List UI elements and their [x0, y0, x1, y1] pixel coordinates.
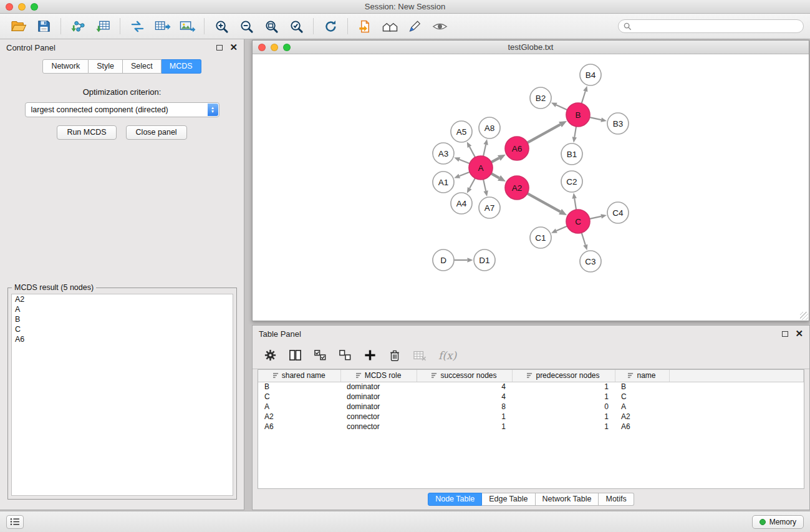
table-cell[interactable]: A6	[615, 422, 669, 432]
graph-node-B[interactable]: B	[566, 103, 590, 127]
network-overview-button[interactable]	[377, 16, 402, 36]
network-minimize-button[interactable]	[271, 44, 278, 51]
zoom-window-button[interactable]	[31, 3, 38, 11]
select-all-button[interactable]	[314, 349, 327, 362]
refresh-view-button[interactable]	[318, 16, 343, 36]
graph-node-A3[interactable]: A3	[433, 143, 454, 164]
zoom-fit-button[interactable]	[259, 16, 284, 36]
tab-mcds[interactable]: MCDS	[162, 59, 201, 74]
function-builder-button[interactable]: f(x)	[438, 349, 456, 362]
graph-edge-A-A6[interactable]	[491, 158, 499, 162]
graph-edge-A6-B[interactable]	[528, 125, 561, 143]
table-cell[interactable]: 1	[417, 422, 512, 432]
graph-node-A2[interactable]: A2	[505, 176, 529, 200]
graph-node-D[interactable]: D	[433, 249, 454, 271]
tab-motifs[interactable]: Motifs	[599, 493, 634, 506]
zoom-out-button[interactable]	[234, 16, 259, 36]
graph-edge-A-A2[interactable]	[491, 173, 499, 178]
table-cell[interactable]: 4	[417, 382, 512, 392]
graph-node-A8[interactable]: A8	[479, 117, 500, 138]
column-header-name[interactable]: name	[615, 370, 669, 382]
table-row[interactable]: A2connector11A2	[258, 412, 804, 422]
save-session-button[interactable]	[31, 16, 56, 36]
graph-edge-A-A4[interactable]	[470, 178, 475, 188]
table-settings-button[interactable]	[264, 349, 277, 362]
graph-edge-C-C2[interactable]	[574, 198, 576, 210]
graph-edge-A-A8[interactable]	[483, 145, 486, 157]
close-window-button[interactable]	[6, 3, 13, 11]
zoom-in-button[interactable]	[209, 16, 234, 36]
table-cell[interactable]: 1	[417, 412, 512, 422]
network-zoom-button[interactable]	[283, 44, 291, 51]
network-graph[interactable]: B4B2BB3A5A8A6B1A3AC2A1A2A4A7C4CC1C3DD1	[253, 54, 809, 321]
table-cell[interactable]: B	[615, 382, 669, 392]
column-header-successor-nodes[interactable]: successor nodes	[417, 370, 512, 382]
style-brush-button[interactable]	[402, 16, 427, 36]
table-cell[interactable]: A	[615, 402, 669, 412]
mcds-result-item[interactable]: B	[12, 314, 233, 324]
column-header-predecessor-nodes[interactable]: predecessor nodes	[512, 370, 615, 382]
table-row[interactable]: Adominator80A	[258, 402, 804, 412]
graph-edge-B-B1[interactable]	[574, 127, 576, 137]
close-panel-button[interactable]: Close panel	[126, 125, 187, 140]
graph-edge-C-C3[interactable]	[582, 233, 586, 245]
import-table-button[interactable]	[90, 16, 115, 36]
graph-edge-A2-C[interactable]	[528, 193, 561, 211]
table-row[interactable]: Bdominator41B	[258, 382, 804, 392]
tab-network-table[interactable]: Network Table	[536, 493, 599, 506]
graph-node-A5[interactable]: A5	[451, 121, 472, 142]
graph-node-B4[interactable]: B4	[580, 64, 601, 85]
table-cell[interactable]: dominator	[340, 392, 417, 402]
graph-node-A7[interactable]: A7	[479, 197, 500, 218]
export-network-button[interactable]	[125, 16, 150, 36]
tab-edge-table[interactable]: Edge Table	[482, 493, 535, 506]
table-cell[interactable]: 0	[512, 402, 615, 412]
graph-edge-A-A1[interactable]	[460, 172, 470, 176]
graph-node-B3[interactable]: B3	[607, 113, 629, 134]
search-input[interactable]	[635, 22, 798, 31]
delete-table-button[interactable]	[413, 349, 427, 362]
graph-node-B1[interactable]: B1	[561, 143, 582, 165]
graph-edge-C-C1[interactable]	[556, 226, 567, 231]
table-cell[interactable]: B	[258, 382, 340, 392]
delete-row-button[interactable]	[388, 349, 401, 362]
mcds-result-item[interactable]: A6	[12, 334, 233, 344]
column-visibility-button[interactable]	[289, 349, 302, 362]
table-cell[interactable]: C	[258, 392, 340, 402]
tab-node-table[interactable]: Node Table	[428, 493, 482, 506]
graph-node-A4[interactable]: A4	[451, 193, 472, 214]
table-cell[interactable]: connector	[340, 412, 417, 422]
graph-node-D1[interactable]: D1	[474, 249, 495, 271]
table-cell[interactable]: 1	[512, 422, 615, 432]
table-cell[interactable]: 4	[417, 392, 512, 402]
tab-style[interactable]: Style	[89, 59, 123, 74]
graph-edge-A-A7[interactable]	[483, 180, 486, 191]
table-cell[interactable]: dominator	[340, 402, 417, 412]
resize-grip[interactable]	[800, 312, 808, 320]
graph-node-A[interactable]: A	[469, 156, 493, 180]
search-field[interactable]	[618, 19, 804, 33]
export-image-button[interactable]	[175, 16, 200, 36]
float-table-panel-icon[interactable]	[782, 331, 788, 337]
export-table-button[interactable]	[150, 16, 175, 36]
run-mcds-button[interactable]: Run MCDS	[57, 125, 116, 140]
graph-edge-A-A3[interactable]	[460, 160, 470, 163]
criterion-dropdown[interactable]: largest connected component (directed) ▲…	[25, 102, 219, 117]
memory-button[interactable]: Memory	[752, 515, 804, 529]
network-canvas[interactable]: B4B2BB3A5A8A6B1A3AC2A1A2A4A7C4CC1C3DD1	[253, 54, 809, 321]
mcds-result-item[interactable]: A	[12, 304, 233, 314]
graph-edge-C-C4[interactable]	[590, 216, 602, 219]
show-details-button[interactable]	[427, 16, 452, 36]
graph-node-C1[interactable]: C1	[530, 227, 551, 248]
window-titlebar[interactable]: Session: New Session	[0, 0, 810, 14]
graph-node-C2[interactable]: C2	[561, 171, 582, 192]
open-file-button[interactable]	[6, 16, 31, 36]
table-cell[interactable]: connector	[340, 422, 417, 432]
graph-node-C[interactable]: C	[566, 210, 590, 233]
table-cell[interactable]: A2	[258, 412, 340, 422]
graph-edge-B-B3[interactable]	[590, 117, 602, 120]
zoom-selected-button[interactable]	[284, 16, 309, 36]
table-row[interactable]: A6connector11A6	[258, 422, 804, 432]
graph-node-C4[interactable]: C4	[607, 202, 629, 223]
close-panel-icon[interactable]: ✕	[229, 44, 238, 51]
